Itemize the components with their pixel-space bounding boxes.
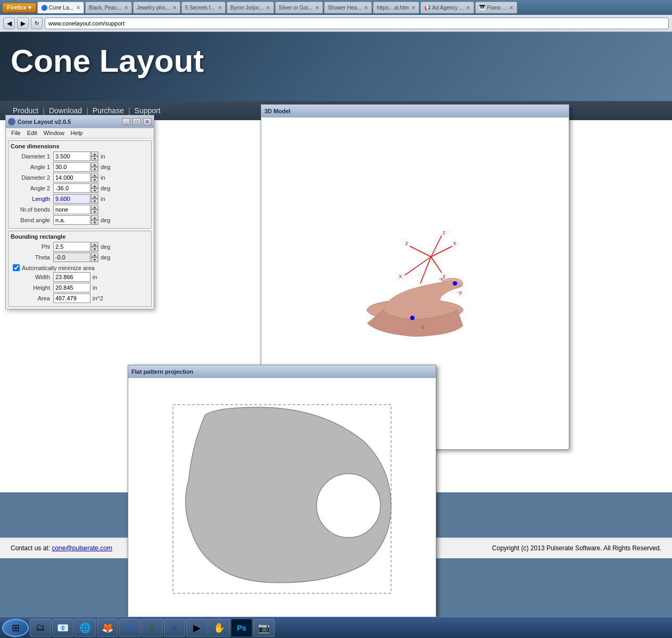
nr-bends-down[interactable]: ▼ [91, 209, 98, 214]
angle2-down[interactable]: ▼ [91, 188, 98, 193]
nr-bends-up[interactable]: ▲ [91, 205, 98, 209]
length-unit: in [101, 196, 105, 202]
tab-7-close[interactable]: ✕ [411, 5, 416, 11]
diameter2-spinner[interactable]: ▲ ▼ [91, 173, 98, 182]
angle2-up[interactable]: ▲ [91, 183, 98, 188]
angle2-spinner[interactable]: ▲ ▼ [91, 183, 98, 193]
height-input[interactable] [53, 283, 90, 292]
tab-7[interactable]: https:...al.htm ✕ [373, 2, 419, 13]
menu-help[interactable]: Help [68, 129, 86, 137]
theta-spinner[interactable]: ▲ ▼ [91, 253, 98, 262]
diameter1-up[interactable]: ▲ [91, 152, 98, 156]
phi-spinner[interactable]: ▲ ▼ [91, 242, 98, 251]
length-up[interactable]: ▲ [91, 194, 98, 199]
window-minimize-button[interactable]: _ [122, 118, 130, 125]
menu-window[interactable]: Window [40, 129, 68, 137]
tab-2[interactable]: Jewelry pho... ✕ [133, 2, 180, 13]
tab-2-close[interactable]: ✕ [172, 5, 177, 11]
taskbar-app-word[interactable]: W [119, 619, 140, 637]
bend-angle-spinner[interactable]: ▲ ▼ [91, 215, 98, 225]
length-down[interactable]: ▼ [91, 199, 98, 204]
taskbar-app-explorer[interactable]: 🗂 [30, 619, 51, 637]
auto-minimize-checkbox[interactable] [13, 264, 20, 271]
refresh-button[interactable]: ↻ [31, 18, 43, 29]
angle1-up[interactable]: ▲ [91, 162, 98, 167]
tab-3-close[interactable]: ✕ [218, 5, 222, 11]
phi-input[interactable] [53, 242, 90, 251]
svg-line-4 [431, 257, 442, 273]
tab-3[interactable]: 5 Secrets f... ✕ [181, 2, 226, 13]
tab-5-close[interactable]: ✕ [315, 5, 319, 11]
address-bar[interactable] [45, 18, 669, 29]
taskbar-app-photoshop[interactable]: Ps [231, 619, 252, 637]
angle1-down[interactable]: ▼ [91, 167, 98, 172]
taskbar-app-firefox[interactable]: 🦊 [97, 619, 118, 637]
diameter2-down[interactable]: ▼ [91, 178, 98, 182]
theta-up[interactable]: ▲ [91, 253, 98, 257]
nr-bends-input[interactable] [53, 205, 90, 214]
media-icon: ▶ [193, 622, 201, 634]
tab-4[interactable]: Byron Jorjor... ✕ [227, 2, 274, 13]
tab-8[interactable]: 📢 Ad Agency ... ✕ [420, 2, 474, 13]
theta-down[interactable]: ▼ [91, 257, 98, 262]
taskbar-app-email[interactable]: 📧 [52, 619, 73, 637]
tab-9[interactable]: 🎹 Piano ... ✕ [475, 2, 517, 13]
angle2-input[interactable] [53, 183, 90, 193]
tab-0-close[interactable]: ✕ [76, 5, 80, 11]
taskbar-app-browser[interactable]: 🌐 [74, 619, 96, 637]
window-maximize-button[interactable]: □ [132, 118, 141, 125]
tab-0[interactable]: 🔵 Cone La... ✕ [37, 2, 84, 13]
model-title: 3D Model [264, 108, 291, 114]
firefox-app-icon: 🦊 [102, 622, 113, 634]
angle1-spinner[interactable]: ▲ ▼ [91, 162, 98, 172]
explorer-icon: 🗂 [36, 622, 45, 633]
taskbar-app-camera[interactable]: 📷 [253, 619, 275, 637]
tab-6[interactable]: Shower Hea... ✕ [324, 2, 372, 13]
start-button[interactable]: ⊞ [2, 619, 29, 637]
tab-9-icon: 🎹 [479, 5, 485, 11]
menu-file[interactable]: File [8, 129, 24, 137]
width-label: Width [11, 274, 53, 280]
back-button[interactable]: ◀ [3, 18, 15, 29]
area-input[interactable] [53, 293, 90, 303]
visio-icon: V [172, 624, 177, 632]
taskbar-app-media[interactable]: ▶ [186, 619, 208, 637]
diameter2-input[interactable] [53, 173, 90, 182]
diameter2-up[interactable]: ▲ [91, 173, 98, 178]
taskbar-app-excel[interactable]: X [142, 619, 163, 637]
svg-text:x: x [399, 273, 402, 279]
angle1-input[interactable] [53, 162, 90, 172]
tab-8-close[interactable]: ✕ [466, 5, 470, 11]
menu-edit[interactable]: Edit [24, 129, 40, 137]
firefox-button[interactable]: Firefox ▾ [2, 3, 36, 13]
tab-6-close[interactable]: ✕ [364, 5, 368, 11]
nav-download[interactable]: Download [45, 106, 86, 115]
forward-button[interactable]: ▶ [17, 18, 29, 29]
bend-angle-input[interactable] [53, 215, 90, 225]
nav-purchase[interactable]: Purchase [88, 106, 128, 115]
phi-up[interactable]: ▲ [91, 242, 98, 247]
tab-5[interactable]: Silver or Gol... ✕ [275, 2, 323, 13]
tab-4-close[interactable]: ✕ [266, 5, 270, 11]
width-input[interactable] [53, 272, 90, 282]
taskbar-app-visio[interactable]: V [164, 619, 185, 637]
tab-1-close[interactable]: ✕ [124, 5, 128, 11]
cone-3d-model: x z y x z -z [335, 204, 495, 363]
diameter1-input[interactable] [53, 152, 90, 161]
diameter1-down[interactable]: ▼ [91, 156, 98, 161]
tab-9-close[interactable]: ✕ [509, 5, 513, 11]
theta-input[interactable] [53, 253, 90, 262]
nr-bends-spinner[interactable]: ▲ ▼ [91, 205, 98, 214]
diameter1-spinner[interactable]: ▲ ▼ [91, 152, 98, 161]
phi-down[interactable]: ▼ [91, 247, 98, 251]
length-spinner[interactable]: ▲ ▼ [91, 194, 98, 204]
bend-angle-up[interactable]: ▲ [91, 215, 98, 220]
tab-1[interactable]: Black, Peac... ✕ [85, 2, 132, 13]
bend-angle-down[interactable]: ▼ [91, 220, 98, 225]
nav-product[interactable]: Product [9, 106, 43, 115]
taskbar-app-gesture[interactable]: ✋ [209, 619, 230, 637]
length-input[interactable] [53, 194, 90, 204]
footer-email[interactable]: cone@pulserate.com [52, 544, 112, 552]
nav-support[interactable]: Support [130, 106, 165, 115]
window-close-button[interactable]: ✕ [143, 118, 152, 125]
